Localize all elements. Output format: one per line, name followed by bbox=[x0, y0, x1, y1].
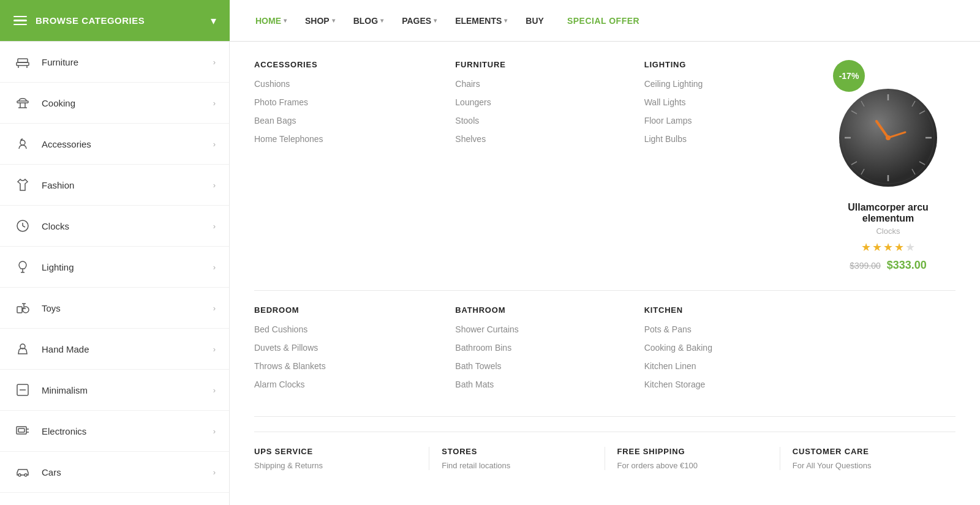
product-discount-badge: -17% bbox=[833, 60, 865, 92]
sidebar-lighting-label: Lighting bbox=[42, 262, 74, 272]
product-prices: $399.00 $333.00 bbox=[850, 259, 927, 272]
sidebar-toys-label: Toys bbox=[42, 303, 61, 313]
link-bean-bags[interactable]: Bean Bags bbox=[254, 116, 431, 125]
svg-point-8 bbox=[20, 140, 25, 145]
link-kitchen-linen[interactable]: Kitchen Linen bbox=[644, 361, 809, 371]
link-bed-cushions[interactable]: Bed Cushions bbox=[254, 324, 431, 334]
sidebar-item-lighting[interactable]: Lighting › bbox=[0, 247, 229, 288]
svg-rect-21 bbox=[18, 428, 24, 432]
link-throws-blankets[interactable]: Throws & Blankets bbox=[254, 361, 431, 371]
link-cooking-baking[interactable]: Cooking & Baking bbox=[644, 343, 809, 353]
chevron-right-icon: › bbox=[213, 58, 216, 67]
sidebar-item-cooking[interactable]: Cooking › bbox=[0, 83, 229, 124]
link-home-telephones[interactable]: Home Telephones bbox=[254, 134, 431, 144]
kitchen-title: KITCHEN bbox=[644, 305, 809, 315]
care-text: For All Your Questions bbox=[793, 461, 943, 470]
nav-elements[interactable]: ELEMENTS ▾ bbox=[448, 11, 514, 31]
bathroom-title: BATHROOM bbox=[455, 305, 619, 315]
lighting-col: LIGHTING Ceiling Lighting Wall Lights Fl… bbox=[632, 60, 821, 272]
sidebar-item-fashion[interactable]: Fashion › bbox=[0, 165, 229, 206]
link-photo-frames[interactable]: Photo Frames bbox=[254, 97, 431, 107]
chevron-right-icon: › bbox=[213, 140, 216, 149]
link-alarm-clocks[interactable]: Alarm Clocks bbox=[254, 380, 431, 389]
nav-pages[interactable]: PAGES ▾ bbox=[394, 11, 444, 31]
link-cushions[interactable]: Cushions bbox=[254, 79, 431, 89]
chevron-right-icon: › bbox=[213, 468, 216, 477]
furniture-icon bbox=[13, 53, 32, 71]
nav-blog[interactable]: BLOG ▾ bbox=[346, 11, 391, 31]
chevron-right-icon: › bbox=[213, 427, 216, 436]
sidebar-item-handmade[interactable]: Hand Made › bbox=[0, 329, 229, 370]
nav-home[interactable]: HOME ▾ bbox=[248, 11, 294, 31]
sidebar-cars-label: Cars bbox=[42, 467, 61, 477]
link-floor-lamps[interactable]: Floor Lamps bbox=[644, 116, 809, 125]
chevron-down-icon: ▾ bbox=[504, 17, 507, 24]
link-bath-mats[interactable]: Bath Mats bbox=[455, 380, 619, 389]
browse-chevron-icon: ▾ bbox=[211, 14, 216, 28]
section-divider bbox=[254, 290, 956, 291]
chevron-down-icon: ▾ bbox=[434, 17, 437, 24]
sidebar-minimalism-label: Minimalism bbox=[42, 385, 88, 395]
dropdown-row2: BEDROOM Bed Cushions Duvets & Pillows Th… bbox=[254, 305, 956, 398]
main-container: Furniture › Cooking › bbox=[0, 42, 980, 505]
svg-point-14 bbox=[23, 307, 29, 313]
browse-categories-button[interactable]: BROWSE CATEGORIES ▾ bbox=[0, 0, 230, 41]
sidebar-cooking-label: Cooking bbox=[42, 98, 75, 108]
nav-buy[interactable]: BUY bbox=[518, 11, 551, 31]
link-bathroom-bins[interactable]: Bathroom Bins bbox=[455, 343, 619, 353]
sidebar-item-accessories[interactable]: Accessories › bbox=[0, 124, 229, 165]
care-title: CUSTOMER CARE bbox=[793, 447, 943, 456]
sidebar-item-electronics[interactable]: Electronics › bbox=[0, 411, 229, 452]
sidebar-item-cars[interactable]: Cars › bbox=[0, 452, 229, 493]
sidebar-item-clocks[interactable]: Clocks › bbox=[0, 206, 229, 247]
chevron-down-icon: ▾ bbox=[380, 17, 383, 24]
link-kitchen-storage[interactable]: Kitchen Storage bbox=[644, 380, 809, 389]
star-2: ★ bbox=[872, 241, 882, 254]
star-3: ★ bbox=[883, 241, 893, 254]
price-new: $333.00 bbox=[887, 259, 927, 272]
header: BROWSE CATEGORIES ▾ HOME ▾ SHOP ▾ BLOG ▾… bbox=[0, 0, 980, 42]
link-ceiling-lighting[interactable]: Ceiling Lighting bbox=[644, 79, 809, 89]
star-5: ★ bbox=[905, 241, 915, 254]
svg-rect-4 bbox=[17, 101, 28, 103]
link-pots-pans[interactable]: Pots & Pans bbox=[644, 324, 809, 334]
nav-shop[interactable]: SHOP ▾ bbox=[298, 11, 342, 31]
link-bath-towels[interactable]: Bath Towels bbox=[455, 361, 619, 371]
dropdown-row1: ACCESSORIES Cushions Photo Frames Bean B… bbox=[254, 60, 956, 272]
bedroom-col: BEDROOM Bed Cushions Duvets & Pillows Th… bbox=[254, 305, 443, 398]
link-loungers[interactable]: Loungers bbox=[455, 97, 619, 107]
product-title[interactable]: Ullamcorper arcu elementum bbox=[827, 202, 949, 224]
link-light-bulbs[interactable]: Light Bulbs bbox=[644, 134, 809, 144]
accessories-icon bbox=[13, 135, 32, 153]
svg-rect-13 bbox=[17, 307, 22, 313]
stores-title: STORES bbox=[442, 447, 592, 456]
product-stars: ★ ★ ★ ★ ★ bbox=[861, 241, 915, 254]
chevron-right-icon: › bbox=[213, 99, 216, 108]
sidebar-item-minimalism[interactable]: Minimalism › bbox=[0, 370, 229, 411]
link-shower-curtains[interactable]: Shower Curtains bbox=[455, 324, 619, 334]
ups-text: Shipping & Returns bbox=[254, 461, 417, 470]
sidebar-fashion-label: Fashion bbox=[42, 180, 74, 190]
sidebar-clocks-label: Clocks bbox=[42, 221, 69, 231]
link-duvets-pillows[interactable]: Duvets & Pillows bbox=[254, 343, 431, 353]
sidebar-item-furniture[interactable]: Furniture › bbox=[0, 42, 229, 83]
star-1: ★ bbox=[861, 241, 871, 254]
svg-point-41 bbox=[886, 135, 891, 140]
link-shelves[interactable]: Shelves bbox=[455, 134, 619, 144]
browse-categories-label: BROWSE CATEGORIES bbox=[36, 15, 145, 26]
chevron-right-icon: › bbox=[213, 222, 216, 231]
footer-ups: UPS SERVICE Shipping & Returns bbox=[254, 447, 429, 470]
footer-services-row: UPS SERVICE Shipping & Returns STORES Fi… bbox=[254, 432, 956, 470]
link-stools[interactable]: Stools bbox=[455, 116, 619, 125]
shipping-title: FREE SHIPPING bbox=[617, 447, 767, 456]
sidebar-handmade-label: Hand Made bbox=[42, 344, 89, 354]
footer-shipping: FREE SHIPPING For orders above €100 bbox=[605, 447, 780, 470]
special-offer-label: SPECIAL OFFER bbox=[567, 16, 639, 26]
link-chairs[interactable]: Chairs bbox=[455, 79, 619, 89]
svg-point-22 bbox=[18, 474, 21, 476]
sidebar-item-toys[interactable]: Toys › bbox=[0, 288, 229, 329]
minimalism-icon bbox=[13, 381, 32, 399]
footer-stores: STORES Find retail locations bbox=[429, 447, 605, 470]
link-wall-lights[interactable]: Wall Lights bbox=[644, 97, 809, 107]
electronics-icon bbox=[13, 422, 32, 440]
